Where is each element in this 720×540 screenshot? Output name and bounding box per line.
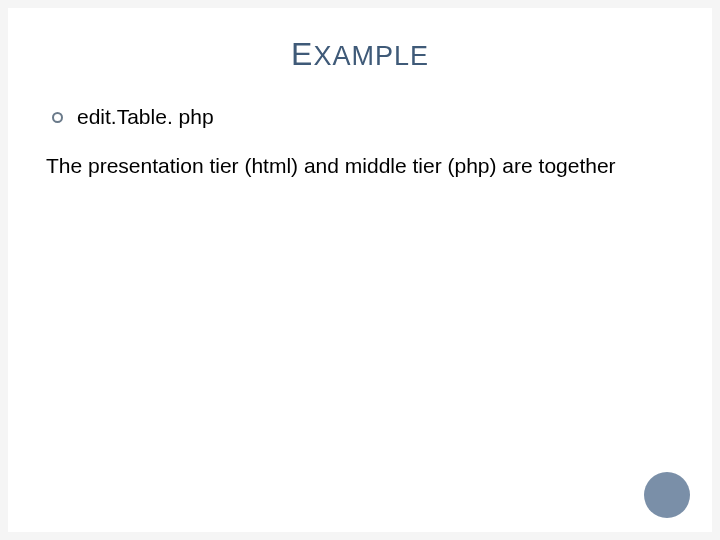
bullet-item: edit.Table. php xyxy=(52,105,674,129)
decorative-circle-icon xyxy=(644,472,690,518)
bullet-text: edit.Table. php xyxy=(77,105,214,129)
slide: EXAMPLE edit.Table. php The presentation… xyxy=(8,8,712,532)
slide-title: EXAMPLE xyxy=(46,36,674,73)
title-first-letter: E xyxy=(291,36,313,72)
bullet-circle-icon xyxy=(52,112,63,123)
title-rest: XAMPLE xyxy=(313,41,429,71)
body-paragraph: The presentation tier (html) and middle … xyxy=(46,153,674,179)
